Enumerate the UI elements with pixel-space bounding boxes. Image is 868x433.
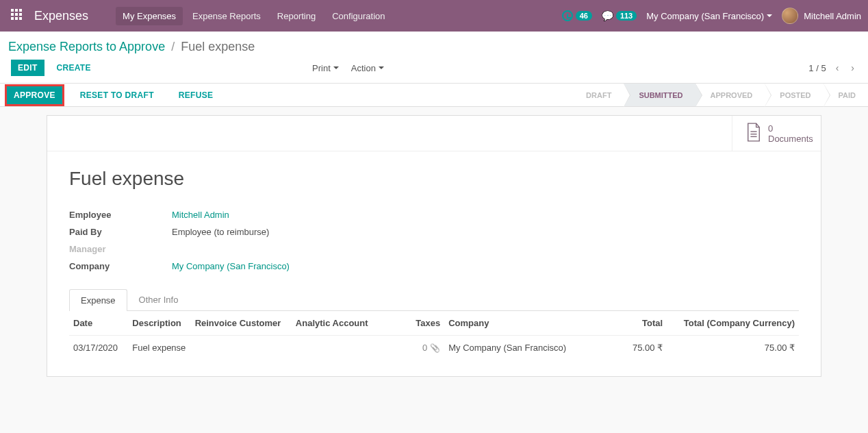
breadcrumb-parent[interactable]: Expense Reports to Approve	[8, 40, 165, 53]
document-icon	[746, 123, 761, 144]
attach-count: 0	[422, 343, 427, 353]
manager-label: Manager	[69, 244, 172, 254]
status-step-approved[interactable]: APPROVED	[695, 84, 765, 106]
reset-to-draft-button[interactable]: RESET TO DRAFT	[73, 86, 161, 104]
pager-text: 1 / 5	[808, 63, 826, 73]
breadcrumb: Expense Reports to Approve / Fuel expens…	[8, 40, 255, 54]
button-box: 0 Documents	[47, 116, 821, 151]
company-value[interactable]: My Company (San Francisco)	[172, 261, 290, 271]
tab-expense[interactable]: Expense	[69, 289, 127, 311]
refuse-button[interactable]: REFUSE	[172, 86, 220, 104]
action-dropdown[interactable]: Action	[347, 60, 388, 76]
chevron-down-icon	[767, 14, 772, 17]
cell-reinvoice	[191, 336, 292, 360]
table-row[interactable]: 03/17/2020 Fuel expense 0 My Company (Sa…	[69, 336, 799, 360]
control-panel: Expense Reports to Approve / Fuel expens…	[0, 32, 868, 84]
documents-count: 0	[768, 123, 813, 134]
nav-reporting[interactable]: Reporting	[270, 7, 322, 25]
apps-icon[interactable]	[11, 9, 25, 23]
cell-total: 75.00 ₹	[583, 336, 667, 360]
cell-analytic	[292, 336, 396, 360]
th-analytic[interactable]: Analytic Account	[292, 311, 396, 336]
cell-taxes: 0	[396, 336, 444, 360]
edit-button[interactable]: EDIT	[11, 60, 44, 76]
cell-total-cc: 75.00 ₹	[667, 336, 799, 360]
th-reinvoice[interactable]: Reinvoice Customer	[191, 311, 292, 336]
status-step-draft[interactable]: DRAFT	[571, 84, 624, 106]
th-date[interactable]: Date	[69, 311, 128, 336]
th-company[interactable]: Company	[444, 311, 583, 336]
status-step-posted[interactable]: POSTED	[765, 84, 823, 106]
expense-lines-table: Date Description Reinvoice Customer Anal…	[69, 311, 799, 360]
company-name: My Company (San Francisco)	[646, 11, 764, 21]
conversations-indicator[interactable]: 113	[602, 10, 637, 21]
chat-icon	[602, 10, 613, 21]
th-total-cc[interactable]: Total (Company Currency)	[667, 311, 799, 336]
print-dropdown[interactable]: Print	[308, 60, 343, 76]
cell-description: Fuel expense	[128, 336, 190, 360]
chevron-down-icon	[333, 66, 339, 69]
user-menu[interactable]: Mitchell Admin	[782, 8, 861, 24]
company-label: Company	[69, 261, 172, 271]
th-taxes[interactable]: Taxes	[396, 311, 444, 336]
clock-icon	[562, 10, 573, 21]
cell-date: 03/17/2020	[69, 336, 128, 360]
nav-my-expenses[interactable]: My Expenses	[116, 7, 183, 25]
employee-label: Employee	[69, 210, 172, 220]
app-brand[interactable]: Expenses	[34, 9, 88, 23]
paidby-value: Employee (to reimburse)	[172, 227, 269, 237]
breadcrumb-current: Fuel expense	[181, 40, 255, 53]
chevron-down-icon	[379, 66, 384, 69]
activity-count: 46	[576, 11, 592, 21]
status-steps: DRAFT SUBMITTED APPROVED POSTED PAID	[571, 84, 868, 106]
create-button[interactable]: CREATE	[50, 60, 98, 76]
notebook-tabs: Expense Other Info	[69, 288, 799, 311]
nav-expense-reports[interactable]: Expense Reports	[186, 7, 268, 25]
company-selector[interactable]: My Company (San Francisco)	[646, 11, 772, 21]
avatar	[782, 8, 798, 24]
form-sheet: 0 Documents Fuel expense Employee Mitche…	[47, 115, 821, 377]
paidby-label: Paid By	[69, 227, 172, 237]
th-description[interactable]: Description	[128, 311, 190, 336]
documents-stat-button[interactable]: 0 Documents	[732, 116, 821, 151]
pager-prev[interactable]: ‹	[833, 61, 842, 75]
status-bar: APPROVE RESET TO DRAFT REFUSE DRAFT SUBM…	[0, 84, 868, 107]
attachment-icon[interactable]	[430, 343, 440, 353]
chat-count: 113	[616, 11, 637, 21]
th-total[interactable]: Total	[583, 311, 667, 336]
nav-configuration[interactable]: Configuration	[325, 7, 392, 25]
status-step-submitted[interactable]: SUBMITTED	[624, 84, 695, 106]
employee-value[interactable]: Mitchell Admin	[172, 210, 229, 220]
activity-indicator[interactable]: 46	[562, 10, 592, 21]
top-navbar: Expenses My Expenses Expense Reports Rep…	[0, 0, 868, 32]
documents-label: Documents	[768, 134, 813, 144]
nav-menu: My Expenses Expense Reports Reporting Co…	[116, 7, 562, 25]
record-title: Fuel expense	[69, 168, 799, 190]
cell-company: My Company (San Francisco)	[444, 336, 583, 360]
breadcrumb-separator: /	[171, 40, 175, 53]
pager-next[interactable]: ›	[848, 61, 857, 75]
tab-other-info[interactable]: Other Info	[127, 288, 190, 310]
nav-right: 46 113 My Company (San Francisco) Mitche…	[562, 8, 861, 24]
approve-button[interactable]: APPROVE	[7, 86, 62, 104]
user-name: Mitchell Admin	[804, 11, 861, 21]
